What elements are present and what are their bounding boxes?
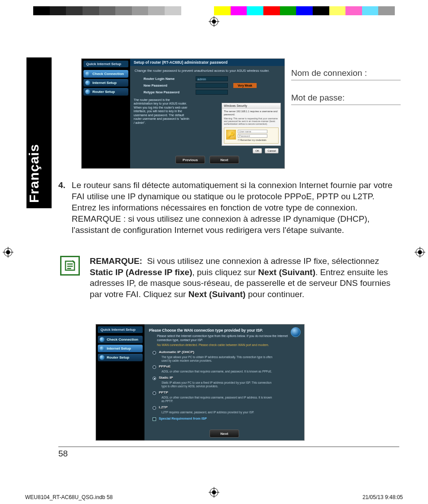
login-name-heading: Nom de connexion : xyxy=(291,68,401,78)
admin-password-note: The router password is the administratio… xyxy=(130,96,193,127)
footer-datetime: 21/05/13 9:48:05 xyxy=(362,494,403,500)
login-name-label: Router Login Name xyxy=(144,77,192,81)
panel-subtext: Change the router password to prevent un… xyxy=(130,66,284,75)
dialog-body: The server 192.168.1.1 requires a userna… xyxy=(222,109,280,117)
radio-pptp[interactable] xyxy=(153,391,156,395)
option-label: PPPoE xyxy=(159,364,170,368)
screenshot-admin-password: Quick Internet Setup Check Connection In… xyxy=(81,58,285,169)
option-desc: ADSL or other connection that requires u… xyxy=(144,370,284,375)
dialog-cancel-button[interactable]: Cancel xyxy=(265,148,279,153)
retype-password-label: Retype New Password xyxy=(144,90,192,94)
password-line xyxy=(291,105,401,105)
qis-title: Quick Internet Setup xyxy=(83,61,128,67)
new-password-label: New Password xyxy=(144,83,192,88)
radio-pppoe[interactable] xyxy=(153,365,156,369)
next-button[interactable]: Next xyxy=(210,156,239,164)
print-color-bars xyxy=(33,6,395,15)
step-text: Le routeur sans fil détecte automatiquem… xyxy=(70,180,399,236)
radio-static-ip[interactable] xyxy=(153,377,156,380)
step-icon xyxy=(100,337,105,342)
qis-title: Quick Internet Setup xyxy=(98,326,143,333)
dialog-username-input[interactable] xyxy=(238,130,267,133)
note-icon xyxy=(60,256,80,276)
page-rule xyxy=(58,447,399,447)
step-icon xyxy=(85,80,90,85)
page-number: 58 xyxy=(58,449,68,459)
footer-filename: WEU8104_RT-AC68U_QSG.indb 58 xyxy=(25,494,113,500)
step-icon xyxy=(85,89,90,94)
remember-credentials-label[interactable]: ☐ Remember my credentials xyxy=(238,139,276,141)
login-name-line xyxy=(291,80,401,80)
special-requirement-link[interactable]: Special Requirement from ISP xyxy=(159,416,207,421)
sidebar-item-label: Internet Setup xyxy=(107,346,131,351)
sidebar-item-label: Router Setup xyxy=(92,90,115,94)
sidebar-item-label: Router Setup xyxy=(107,355,129,359)
option-label: L2TP xyxy=(159,405,168,409)
checkbox-special-requirement[interactable] xyxy=(153,417,156,421)
option-label: Automatic IP (DHCP) xyxy=(159,350,194,354)
qis-sidebar: Quick Internet Setup Check Connection In… xyxy=(96,324,144,440)
panel-title: Please Choose the WAN connection type pr… xyxy=(144,324,304,334)
registration-mark-top xyxy=(209,16,219,27)
option-label: PPTP xyxy=(159,390,168,394)
previous-button[interactable]: Previous xyxy=(175,156,205,164)
dialog-title: Windows Security xyxy=(222,103,280,109)
panel-title: Setup of router (RT-AC68U) administrator… xyxy=(130,59,284,66)
windows-security-dialog: Windows Security The server 192.168.1.1 … xyxy=(222,103,281,146)
password-strength-badge: Very Weak xyxy=(233,83,257,88)
step-4: 4. Le routeur sans fil détecte automatiq… xyxy=(58,180,399,236)
sidebar-item-label: Check Connection xyxy=(92,72,124,76)
sidebar-item-label: Internet Setup xyxy=(92,81,117,85)
login-credentials-block: Nom de connexion : Mot de passe: xyxy=(291,68,401,118)
sidebar-item-internet-setup[interactable]: Internet Setup xyxy=(98,345,143,352)
next-button[interactable]: Next xyxy=(210,429,239,438)
password-heading: Mot de passe: xyxy=(291,93,401,103)
radio-dhcp[interactable] xyxy=(153,351,156,355)
step-icon xyxy=(100,355,105,360)
remark-label: REMARQUE: xyxy=(90,256,142,266)
option-desc: The type allows your PC to obtain IP add… xyxy=(144,355,284,364)
retype-password-input[interactable] xyxy=(196,90,228,95)
new-password-input[interactable] xyxy=(196,83,228,88)
qis-sidebar: Quick Internet Setup Check Connection In… xyxy=(82,59,130,168)
sidebar-item-router-setup[interactable]: Router Setup xyxy=(83,88,128,96)
registration-mark-right xyxy=(415,247,425,258)
dialog-warning: Warning: This server is requesting that … xyxy=(222,117,280,127)
dialog-ok-button[interactable]: OK xyxy=(253,148,262,153)
step-number: 4. xyxy=(58,180,66,236)
option-desc: ADSL or other connection that requires u… xyxy=(144,396,284,404)
sidebar-item-router-setup[interactable]: Router Setup xyxy=(98,354,143,361)
sidebar-item-check-connection[interactable]: Check Connection xyxy=(83,70,128,78)
radio-l2tp[interactable] xyxy=(153,406,156,410)
sidebar-item-check-connection[interactable]: Check Connection xyxy=(98,336,143,343)
remark-block: REMARQUE: Si vous utilisez une connexion… xyxy=(58,253,399,300)
panel-intro: Please select the Internet connection ty… xyxy=(144,334,304,343)
step-icon xyxy=(85,71,90,76)
no-wan-warning: No WAN connection detected. Please check… xyxy=(144,343,304,349)
home-icon[interactable] xyxy=(291,327,301,337)
screenshot-wan-type: Quick Internet Setup Check Connection In… xyxy=(96,324,305,441)
option-desc: L2TP requires username, password, and IP… xyxy=(144,411,284,416)
dialog-password-input[interactable] xyxy=(238,134,267,138)
sidebar-item-internet-setup[interactable]: Internet Setup xyxy=(83,79,128,87)
sidebar-item-label: Check Connection xyxy=(107,337,138,342)
login-name-input[interactable]: admin xyxy=(196,76,228,81)
step-icon xyxy=(100,346,105,351)
language-tab: Français xyxy=(26,57,52,208)
registration-mark-left xyxy=(3,247,13,258)
print-footer: WEU8104_RT-AC68U_QSG.indb 58 21/05/13 9:… xyxy=(25,494,403,500)
key-icon: 🔑 xyxy=(226,130,236,140)
option-label: Static IP xyxy=(159,376,173,380)
option-desc: Static IP allows your PC to use a fixed … xyxy=(144,381,284,390)
